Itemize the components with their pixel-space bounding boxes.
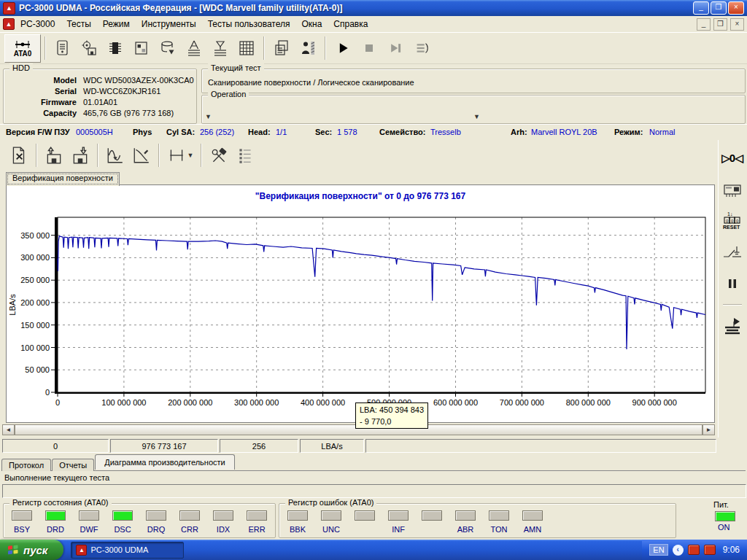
mdi-controls: _ ❒ × [697,18,744,31]
utility-settings-button[interactable] [76,36,102,61]
restore-icon[interactable]: ❒ [711,1,727,15]
reset-icon: 1↓000RESET [721,210,743,232]
run-test-button[interactable] [330,36,356,61]
relay-button[interactable] [721,241,744,263]
start-button[interactable]: пуск [0,540,63,560]
menu-item[interactable]: Режим [97,17,136,31]
logical-test-button[interactable] [207,36,233,61]
legend-icon [236,146,255,165]
svg-text:0: 0 [731,219,734,223]
register-led-CRR: CRR [173,510,206,534]
window-title: PC-3000 UDMA - Российская Федерация - [W… [19,3,692,13]
exit-utility-button[interactable] [295,36,321,61]
resources-button[interactable] [128,36,155,61]
bottom-tab[interactable]: Протокол [1,459,51,471]
svg-text:100 000 000: 100 000 000 [101,398,146,407]
script-run-button[interactable] [409,36,435,61]
register-led-UNC: UNC [314,510,348,534]
operation-combo2-caret-icon[interactable]: ▼ [473,113,480,120]
arh-label: Arh: [511,128,527,136]
rom-chip-button[interactable] [102,36,128,61]
menu-item[interactable]: Тесты [61,17,96,31]
tab-surface-verification[interactable]: Верификация поверхности [6,172,120,186]
load-graph-button[interactable] [67,143,93,168]
minimize-icon[interactable]: _ [693,1,709,15]
database-button[interactable] [155,36,181,61]
svg-text:0: 0 [726,219,729,223]
scroll-left-icon[interactable]: ◄ [2,424,15,435]
recalibrate-zero-button[interactable]: ▷0◁ [721,147,744,169]
scroll-right-icon[interactable]: ► [703,424,715,435]
lba-tooltip: LBA: 450 394 843 - 9 770,0 [355,402,428,429]
mdi-minimize-icon[interactable]: _ [697,18,711,31]
rom-chip-icon [107,39,124,57]
power-led [715,511,735,521]
bottom-tab[interactable]: Диаграмма производительности [95,454,235,470]
sec-value: 1 578 [337,128,357,136]
mdi-restore-icon[interactable]: ❒ [713,18,727,31]
register-led-TON: TON [482,510,516,534]
mdi-child-icon[interactable]: ▲ [3,18,15,30]
register-led-ABR: ABR [449,510,482,534]
menu-item[interactable]: Окна [295,17,328,31]
language-indicator[interactable]: EN [649,544,667,556]
slope-view-button[interactable] [128,143,155,168]
step-icon [388,41,403,55]
ata0-port-button[interactable]: ATA0 [4,34,41,63]
surface-test-button[interactable] [181,36,207,61]
menu-item[interactable]: PC-3000 [15,17,61,31]
graph-settings-button[interactable] [206,143,232,168]
recalibrate-zero-icon: ▷0◁ [721,152,742,165]
pc3000-tray-icon-2[interactable] [704,545,716,555]
pc3000-tray-icon-1[interactable] [688,545,700,555]
performance-plot[interactable]: 0100 000 000200 000 000300 000 000400 00… [7,185,716,424]
start-tests-button[interactable] [721,315,744,337]
stop-test-button[interactable] [356,36,382,61]
collapse-chevron-icon[interactable]: ‹ [673,545,684,556]
side-toolbar: ▷0◁ 1↓000RESET [718,140,746,438]
operation-combo1-caret-icon[interactable]: ▼ [205,113,212,120]
error-register-label: Регистр ошибок (ATA0) [285,498,376,507]
taskbar-item-pc3000[interactable]: ▲ PC-3000 UDMA [71,542,184,559]
clear-graph-button[interactable] [6,143,32,168]
legend-button[interactable] [232,143,258,168]
status-register-groupbox: Регистр состояния (ATA0) BSYDRDDWFDSCDRQ… [3,503,276,538]
pause-button[interactable] [721,273,744,295]
mode-label: Режим: [614,128,643,136]
windows-flag-icon [7,545,19,555]
phys-label: Phys [133,128,152,136]
bottom-tab[interactable]: Отчеты [52,459,94,471]
head-label: Head: [248,128,271,136]
svg-text:RESET: RESET [723,225,740,230]
menu-item[interactable]: Инструменты [136,17,202,31]
range-select-button[interactable]: ▼ [163,143,197,168]
close-icon[interactable]: × [728,1,744,15]
pc3000-window: ▲ PC-3000 UDMA - Российская Федерация - … [0,0,747,560]
range-dropdown-caret-icon[interactable]: ▼ [187,152,194,159]
system-tray: EN ‹ 9:06 [642,540,747,560]
hdd-field-row: Capacity465,76 GB (976 773 168) [7,108,194,119]
menu-item[interactable]: Справка [328,17,374,31]
hdd-group-label: HDD [9,63,33,72]
svg-text:300 000: 300 000 [20,253,50,262]
hdd-field-row: ModelWDC WD5003AZEX-00K3CA0 [7,75,194,86]
save-graph-button[interactable] [41,143,67,168]
power-card-button[interactable] [721,179,744,201]
status-cell: 976 773 167 [110,439,218,453]
sector-grid-button[interactable] [233,36,260,61]
menu-item[interactable]: Тесты пользователя [202,17,296,31]
reset-button[interactable]: 1↓000RESET [721,210,744,232]
drive-info-button[interactable] [50,36,76,61]
mdi-close-icon[interactable]: × [730,18,744,31]
wave-view-button[interactable] [102,143,128,168]
relay-icon [722,244,743,261]
step-test-button[interactable] [382,36,409,61]
app-icon: ▲ [3,2,15,15]
cyl-label: Cyl SA: [166,128,195,136]
register-led-DSC: DSC [106,510,139,534]
copy-report-button[interactable] [268,36,295,61]
progress-area [2,484,746,498]
register-led-DRQ: DRQ [139,510,173,534]
arh-value: Marvell ROYL 20B [531,128,597,136]
svg-text:900 000 000: 900 000 000 [632,398,677,407]
